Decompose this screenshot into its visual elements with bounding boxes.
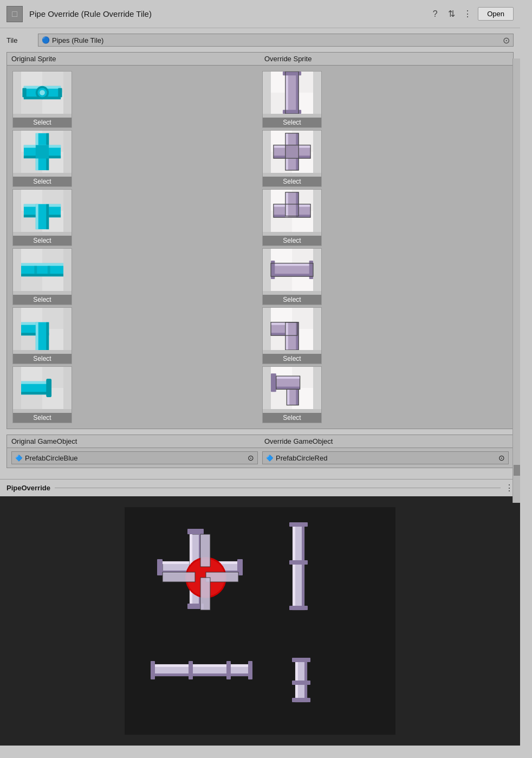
original-gameobject-text: PrefabCircleBlue (25, 454, 245, 462)
override-gameobject-target[interactable]: ⊙ (498, 453, 505, 462)
select-button-4-original[interactable]: Select (13, 354, 72, 364)
svg-rect-36 (34, 266, 37, 274)
tile-field: 🔵 Pipes (Rule Tile) ⊙ (38, 34, 514, 47)
original-gameobject-field: 🔷 PrefabCircleBlue ⊙ (11, 451, 258, 464)
svg-rect-46 (46, 322, 49, 350)
override-gameobject-header: Override GameObject (260, 435, 513, 448)
title-bar: □ Pipe Override (Rule Override Tile) ? ⇅… (0, 0, 520, 28)
original-sprite-header: Original Sprite (7, 53, 260, 65)
select-button-3-original[interactable]: Select (13, 295, 72, 305)
preview-area (0, 496, 520, 746)
list-item: Select (262, 71, 322, 128)
list-item: Select (262, 366, 322, 423)
svg-rect-28 (36, 204, 38, 229)
list-item: Select (12, 366, 72, 423)
original-sprite-column: Select (10, 69, 260, 425)
svg-rect-10 (58, 88, 62, 97)
original-gameobject-icon: 🔷 (15, 455, 23, 462)
list-item: Select (12, 71, 72, 128)
svg-rect-141 (289, 606, 308, 610)
select-button-4-override[interactable]: Select (263, 354, 321, 364)
bottom-section-title: PipeOverride (7, 484, 50, 492)
svg-rect-132 (163, 572, 195, 582)
gameobject-row: 🔷 PrefabCircleBlue ⊙ 🔷 PrefabCircleRed ⊙ (7, 448, 513, 468)
tile-field-icon: 🔵 (42, 36, 50, 44)
gameobject-section: Original GameObject Override GameObject … (7, 435, 514, 468)
select-button-5-override[interactable]: Select (263, 413, 321, 423)
svg-rect-147 (226, 661, 231, 679)
override-sprite-5-image (263, 367, 321, 409)
override-sprite-3-image (263, 249, 321, 291)
window-icon: □ (7, 6, 23, 22)
svg-rect-113 (287, 389, 289, 405)
svg-rect-146 (189, 661, 193, 679)
select-button-0-original[interactable]: Select (13, 118, 72, 127)
svg-rect-51 (21, 381, 49, 384)
sprite-table: Original Sprite Override Sprite (7, 52, 514, 429)
override-sprite-1-image (263, 131, 321, 173)
original-sprite-5-image (13, 367, 72, 409)
original-sprite-3-image (13, 249, 72, 291)
svg-rect-53 (46, 379, 51, 397)
svg-rect-140 (289, 560, 308, 565)
override-sprite-2-image (263, 190, 321, 232)
override-sprite-0-image (263, 72, 321, 114)
bottom-divider (55, 488, 501, 488)
svg-rect-9 (22, 88, 26, 97)
svg-rect-35 (21, 274, 63, 276)
svg-rect-133 (206, 572, 238, 582)
list-item: Select (12, 248, 72, 305)
svg-rect-137 (293, 523, 295, 610)
window-title: Pipe Override (Rule Override Tile) (29, 9, 429, 18)
svg-rect-20 (36, 145, 49, 158)
list-item: Select (12, 189, 72, 246)
tile-field-text: Pipes (Rule Tile) (52, 36, 501, 44)
select-button-2-override[interactable]: Select (263, 236, 321, 245)
sprite-rows: Select (7, 66, 513, 429)
select-button-1-original[interactable]: Select (13, 177, 72, 186)
svg-rect-34 (21, 263, 63, 266)
svg-rect-144 (152, 673, 249, 676)
override-gameobject-text: PrefabCircleRed (276, 454, 496, 462)
menu-button[interactable]: ⋮ (462, 8, 473, 20)
original-sprite-2-image (13, 190, 72, 232)
svg-rect-82 (286, 192, 288, 217)
svg-rect-91 (271, 274, 313, 276)
svg-rect-37 (48, 266, 50, 274)
override-gameobject-icon: 🔷 (266, 455, 274, 462)
inspector-panel: Tile 🔵 Pipes (Rule Tile) ⊙ Original Spri… (0, 28, 520, 479)
svg-rect-90 (271, 263, 313, 266)
select-button-1-override[interactable]: Select (263, 177, 321, 186)
svg-rect-138 (302, 523, 304, 610)
svg-rect-118 (125, 507, 395, 735)
select-button-3-override[interactable]: Select (263, 295, 321, 305)
settings-button[interactable]: ⇅ (445, 8, 457, 20)
svg-rect-153 (292, 681, 310, 685)
svg-rect-115 (271, 373, 276, 392)
help-button[interactable]: ? (429, 8, 441, 20)
svg-rect-135 (200, 578, 210, 610)
svg-rect-152 (292, 658, 310, 662)
list-item: Select (262, 307, 322, 364)
original-gameobject-target[interactable]: ⊙ (248, 453, 254, 462)
svg-rect-139 (289, 522, 308, 527)
open-button[interactable]: Open (478, 7, 514, 21)
select-button-0-override[interactable]: Select (263, 118, 321, 127)
svg-rect-83 (296, 192, 299, 217)
svg-rect-72 (286, 145, 299, 158)
select-button-5-original[interactable]: Select (13, 413, 72, 423)
tile-target-icon[interactable]: ⊙ (503, 35, 510, 46)
original-sprite-4-image (13, 308, 72, 350)
svg-rect-102 (286, 322, 288, 350)
svg-rect-29 (46, 204, 49, 229)
svg-point-8 (40, 90, 45, 95)
svg-rect-52 (21, 392, 49, 394)
svg-rect-126 (157, 559, 163, 575)
scrollbar[interactable] (512, 59, 520, 503)
list-item: Select (12, 130, 72, 187)
scrollbar-thumb[interactable] (514, 465, 520, 476)
svg-rect-145 (151, 661, 155, 679)
list-item: Select (12, 307, 72, 364)
title-bar-actions: ? ⇅ ⋮ Open (429, 7, 514, 21)
select-button-2-original[interactable]: Select (13, 236, 72, 245)
